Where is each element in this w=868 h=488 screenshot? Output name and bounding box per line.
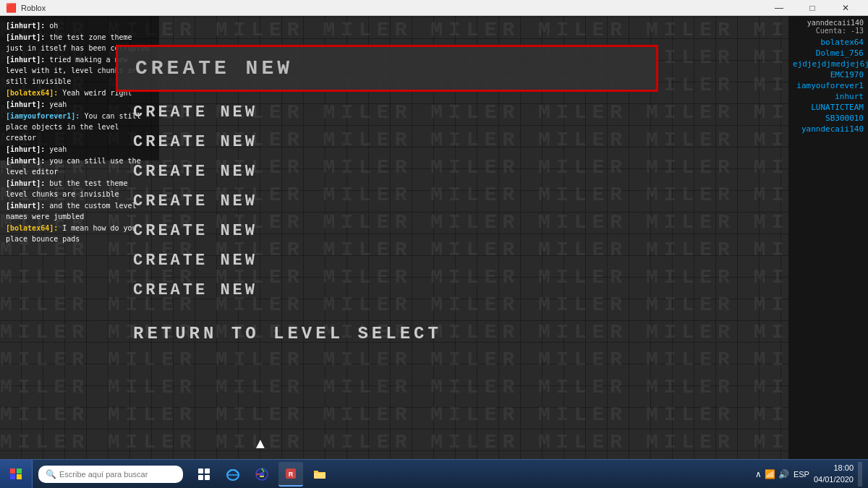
menu-container: CREATE NEW CREATE NEW CREATE NEW CREATE … [116,45,709,349]
create-new-label-7: CREATE NEW [133,252,258,270]
window-controls: — □ ✕ [762,0,862,16]
chat-name: [inhurt]: [6,100,45,108]
titlebar-left: 🟥 Roblox [6,3,46,13]
player-item-6[interactable]: inhurt [793,92,864,101]
player-item-8[interactable]: SB300010 [793,114,864,123]
clock[interactable]: 18:00 04/01/2020 [814,463,854,485]
create-new-label-5: CREATE NEW [133,192,258,210]
create-new-label-3: CREATE NEW [133,133,258,151]
minimize-button[interactable]: — [762,0,796,16]
create-new-button-8[interactable]: CREATE NEW [116,277,275,304]
file-explorer-button[interactable] [307,462,332,487]
language-indicator[interactable]: ESP [793,470,809,479]
game-area: MILER MILER MILER MILER MILER MILER MILE… [0,16,788,472]
player-cuenta: Cuenta: -13 [793,27,864,35]
create-new-button-6[interactable]: CREATE NEW [116,218,275,244]
player-item-5[interactable]: iamyouforever1 [793,81,864,90]
clock-date: 04/01/2020 [814,474,854,485]
player-panel: yanndecaii140 Cuenta: -13 bolatex64 Dolm… [788,16,868,472]
player-item-9[interactable]: yanndecaii140 [793,124,864,134]
player-item-2[interactable]: Dolmei_756 [793,48,864,58]
chat-name: [inhurt]: [6,33,45,41]
roblox-button[interactable]: R [278,462,303,487]
chat-name: [inhurt]: [6,157,45,165]
clock-time: 18:00 [814,463,854,474]
tray-icons: ∧ 📶 🔊 [755,469,789,479]
svg-rect-2 [198,475,203,480]
create-new-label-1: CREATE NEW [135,57,293,80]
chrome-button[interactable] [250,462,274,487]
return-label: RETURN TO LEVEL SELECT [133,324,442,343]
create-new-label-4: CREATE NEW [133,163,258,181]
player-header: yanndecaii140 Cuenta: -13 [793,19,864,35]
player-item-7[interactable]: LUNATICTEAM [793,103,864,112]
svg-rect-1 [205,468,210,474]
show-desktop-button[interactable] [858,462,862,487]
svg-rect-0 [198,468,203,474]
return-to-level-select-button[interactable]: RETURN TO LEVEL SELECT [116,318,459,349]
chat-name: [inhurt]: [6,179,45,187]
windows-start-icon [9,467,23,481]
player-username: yanndecaii140 [793,19,864,27]
chat-name: [bolatex64]: [6,224,58,232]
chat-name: [inhurt]: [6,56,45,64]
taskbar-apps: R [192,462,332,487]
create-new-button-3[interactable]: CREATE NEW [116,129,275,155]
create-new-button-5[interactable]: CREATE NEW [116,188,275,215]
search-input[interactable] [59,470,168,479]
chat-name: [inhurt]: [6,202,45,210]
titlebar: 🟥 Roblox — □ ✕ [0,0,868,16]
edge-button[interactable] [221,462,245,487]
create-new-label-2: CREATE NEW [133,103,258,121]
search-box[interactable]: 🔍 [38,466,183,483]
maximize-button[interactable]: □ [796,0,829,16]
chat-name: [inhurt]: [6,145,45,153]
taskbar: 🔍 [0,459,868,488]
chat-name: [inhurt]: [6,22,45,30]
create-new-button-2[interactable]: CREATE NEW [116,99,275,126]
tray-expand-icon[interactable]: ∧ [755,469,762,479]
tray-volume-icon[interactable]: 🔊 [778,469,789,479]
create-new-label-6: CREATE NEW [133,222,258,240]
create-new-button-4[interactable]: CREATE NEW [116,158,275,185]
player-item-3[interactable]: ejdjejdjmedjej6j [793,59,864,69]
tray-network-icon: 📶 [765,469,775,479]
player-list: bolatex64 Dolmei_756 ejdjejdjmedjej6j EM… [793,38,864,134]
chat-text: yeah [49,145,67,153]
create-new-button-7[interactable]: CREATE NEW [116,247,275,274]
roblox-icon: 🟥 [6,3,17,13]
window-title: Roblox [21,4,46,12]
chat-text: oh [49,22,58,30]
svg-text:R: R [289,471,294,478]
chat-name: [iamyouforever1]: [6,112,80,120]
svg-rect-3 [205,475,210,480]
chat-message-1: [inhurt]: oh [6,20,153,31]
create-new-label-8: CREATE NEW [133,281,258,299]
search-icon: 🔍 [46,469,56,479]
create-new-button-1[interactable]: CREATE NEW [116,45,658,92]
player-item-1[interactable]: bolatex64 [793,38,864,47]
start-button[interactable] [0,460,33,488]
chat-name: [bolatex64]: [6,89,58,97]
task-view-button[interactable] [192,462,216,487]
chat-text: yeah [49,100,67,108]
close-button[interactable]: ✕ [829,0,862,16]
taskbar-right: ∧ 📶 🔊 ESP 18:00 04/01/2020 [755,462,868,487]
player-item-4[interactable]: EMC1970 [793,70,864,80]
